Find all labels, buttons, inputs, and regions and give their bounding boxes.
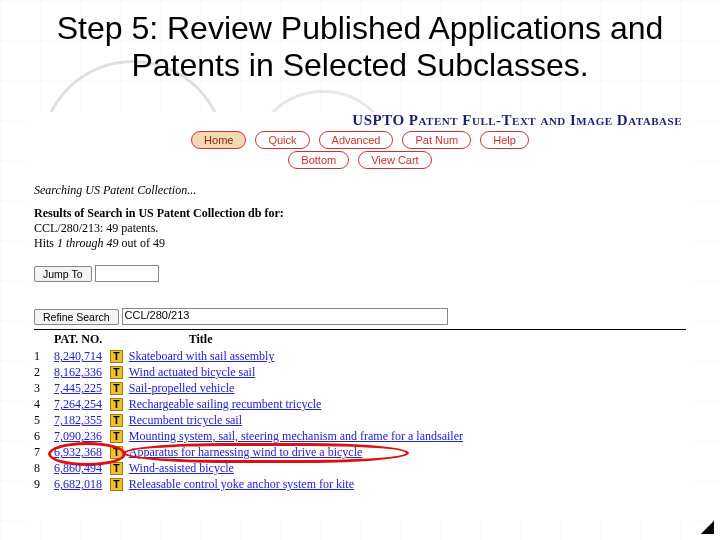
results-heading: Results of Search in US Patent Collectio… — [34, 206, 690, 221]
jump-to-button[interactable]: Jump To — [34, 266, 92, 282]
fulltext-badge[interactable]: T — [110, 350, 122, 363]
hits-range: 1 through 49 — [57, 236, 119, 250]
fulltext-badge[interactable]: T — [110, 462, 122, 475]
table-row: 28,162,336TWind actuated bicycle sail — [34, 365, 469, 381]
fulltext-badge[interactable]: T — [110, 478, 122, 491]
row-number: 4 — [34, 397, 54, 413]
uspto-top-buttons: Home Quick Advanced Pat Num Help Bottom … — [30, 131, 690, 169]
searching-line: Searching US Patent Collection... — [34, 183, 690, 198]
row-number: 3 — [34, 381, 54, 397]
home-button[interactable]: Home — [191, 131, 246, 149]
fulltext-badge[interactable]: T — [110, 398, 122, 411]
refine-search-button[interactable]: Refine Search — [34, 309, 119, 325]
fulltext-badge[interactable]: T — [110, 414, 122, 427]
results-table: PAT. NO. Title 18,240,714TSkateboard wit… — [34, 332, 469, 493]
fulltext-badge[interactable]: T — [110, 366, 122, 379]
hits-suffix: out of 49 — [119, 236, 165, 250]
hits-prefix: Hits — [34, 236, 57, 250]
patent-number-link[interactable]: 7,445,225 — [54, 381, 102, 395]
patent-number-link[interactable]: 6,682,018 — [54, 477, 102, 491]
row-number: 9 — [34, 477, 54, 493]
patent-title-link[interactable]: Releasable control yoke anchor system fo… — [129, 477, 354, 491]
patent-number-link[interactable]: 6,932,368 — [54, 445, 102, 459]
patent-number-link[interactable]: 7,264,254 — [54, 397, 102, 411]
row-number: 1 — [34, 349, 54, 365]
row-number: 8 — [34, 461, 54, 477]
patent-title-link[interactable]: Skateboard with sail assembly — [129, 349, 275, 363]
row-number: 7 — [34, 445, 54, 461]
fulltext-badge[interactable]: T — [110, 430, 122, 443]
quick-button[interactable]: Quick — [255, 131, 309, 149]
patent-title-link[interactable]: Rechargeable sailing recumbent tricycle — [129, 397, 322, 411]
patent-title-link[interactable]: Apparatus for harnessing wind to drive a… — [129, 445, 363, 459]
fulltext-badge[interactable]: T — [110, 382, 122, 395]
advanced-button[interactable]: Advanced — [319, 131, 394, 149]
patent-number-link[interactable]: 7,182,355 — [54, 413, 102, 427]
patent-title-link[interactable]: Wind-assisted bicycle — [129, 461, 234, 475]
patent-title-link[interactable]: Wind actuated bicycle sail — [129, 365, 255, 379]
table-row: 76,932,368TApparatus for harnessing wind… — [34, 445, 469, 461]
fulltext-badge[interactable]: T — [110, 446, 122, 459]
table-row: 18,240,714TSkateboard with sail assembly — [34, 349, 469, 365]
patent-number-link[interactable]: 7,090,236 — [54, 429, 102, 443]
uspto-db-title: USPTO Patent Full-Text and Image Databas… — [30, 112, 690, 129]
table-row: 47,264,254TRechargeable sailing recumben… — [34, 397, 469, 413]
slide-title: Step 5: Review Published Applications an… — [0, 0, 720, 84]
row-number: 6 — [34, 429, 54, 445]
patent-title-link[interactable]: Mounting system, sail, steering mechanis… — [129, 429, 463, 443]
hits-line: Hits 1 through 49 out of 49 — [34, 236, 690, 251]
viewcart-button[interactable]: View Cart — [358, 151, 431, 169]
patent-title-link[interactable]: Sail-propelled vehicle — [129, 381, 235, 395]
bottom-button[interactable]: Bottom — [288, 151, 349, 169]
patent-number-link[interactable]: 8,240,714 — [54, 349, 102, 363]
table-row: 67,090,236TMounting system, sail, steeri… — [34, 429, 469, 445]
help-button[interactable]: Help — [480, 131, 529, 149]
patent-number-link[interactable]: 6,860,494 — [54, 461, 102, 475]
patent-number-link[interactable]: 8,162,336 — [54, 365, 102, 379]
col-patno: PAT. NO. — [54, 332, 108, 349]
table-row: 57,182,355TRecumbent tricycle sail — [34, 413, 469, 429]
refine-search-input[interactable]: CCL/280/213 — [122, 308, 448, 325]
table-row: 37,445,225TSail-propelled vehicle — [34, 381, 469, 397]
patnum-button[interactable]: Pat Num — [402, 131, 471, 149]
col-title: Title — [129, 332, 469, 349]
results-query: CCL/280/213: 49 patents. — [34, 221, 690, 236]
patent-title-link[interactable]: Recumbent tricycle sail — [129, 413, 242, 427]
separator — [34, 329, 686, 330]
row-number: 5 — [34, 413, 54, 429]
row-number: 2 — [34, 365, 54, 381]
slide-corner-icon — [701, 521, 714, 534]
table-row: 96,682,018TReleasable control yoke ancho… — [34, 477, 469, 493]
table-row: 86,860,494TWind-assisted bicycle — [34, 461, 469, 477]
jump-to-input[interactable] — [95, 265, 159, 282]
uspto-screenshot: USPTO Patent Full-Text and Image Databas… — [30, 112, 690, 522]
